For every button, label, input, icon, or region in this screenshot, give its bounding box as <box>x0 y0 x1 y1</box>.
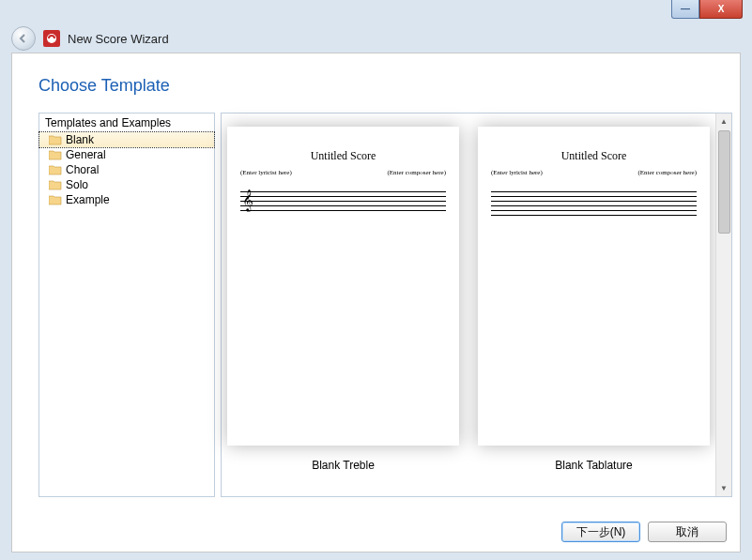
close-button[interactable]: X <box>699 0 743 19</box>
template-tree: Templates and Examples BlankGeneralChora… <box>38 113 215 497</box>
tree-item-label: Choral <box>66 163 99 176</box>
template-name: Blank Treble <box>312 459 375 472</box>
tree-item-label: Example <box>66 193 110 206</box>
composer-placeholder: (Enter composer here) <box>387 169 446 176</box>
app-icon <box>43 30 60 47</box>
tree-item-label: Blank <box>66 133 94 146</box>
folder-icon <box>49 150 62 160</box>
folder-icon <box>49 195 62 205</box>
tree-header: Templates and Examples <box>39 114 214 132</box>
wizard-title: New Score Wizard <box>68 32 169 46</box>
template-name: Blank Tablature <box>555 459 633 472</box>
staff <box>491 191 697 214</box>
tree-item-blank[interactable]: Blank <box>39 132 214 147</box>
treble-clef-icon: 𝄞 <box>242 189 253 211</box>
tree-item-solo[interactable]: Solo <box>39 177 214 192</box>
folder-icon <box>49 180 62 190</box>
scroll-thumb[interactable] <box>718 130 730 234</box>
composer-placeholder: (Enter composer here) <box>637 169 697 176</box>
back-button[interactable] <box>11 26 36 51</box>
content-area: Templates and Examples BlankGeneralChora… <box>12 113 740 497</box>
template-card[interactable]: Untitled Score(Enter lyricist here)(Ente… <box>478 119 710 491</box>
window-controls: — X <box>671 0 743 19</box>
score-title: Untitled Score <box>491 149 697 163</box>
lyricist-placeholder: (Enter lyricist here) <box>240 169 292 176</box>
minimize-button[interactable]: — <box>671 0 699 19</box>
wizard-panel: Choose Template Templates and Examples B… <box>11 53 741 552</box>
arrow-left-icon <box>18 33 29 44</box>
score-page-preview: Untitled Score(Enter lyricist here)(Ente… <box>478 127 710 446</box>
template-card[interactable]: Untitled Score(Enter lyricist here)(Ente… <box>227 119 459 491</box>
wizard-buttons: 下一步(N) 取消 <box>561 522 727 542</box>
wizard-header: New Score Wizard <box>11 26 169 51</box>
scroll-down-button[interactable]: ▼ <box>717 480 731 496</box>
tree-item-label: General <box>66 148 106 161</box>
score-page-preview: Untitled Score(Enter lyricist here)(Ente… <box>227 127 459 446</box>
score-title: Untitled Score <box>240 149 446 163</box>
folder-icon <box>49 165 62 175</box>
tree-item-general[interactable]: General <box>39 147 214 162</box>
tree-item-choral[interactable]: Choral <box>39 162 214 177</box>
cancel-button[interactable]: 取消 <box>648 522 727 542</box>
page-heading: Choose Template <box>12 53 740 113</box>
next-button[interactable]: 下一步(N) <box>561 522 640 542</box>
preview-scrollbar[interactable]: ▲ ▼ <box>715 114 731 496</box>
tree-item-label: Solo <box>66 178 88 191</box>
scroll-up-button[interactable]: ▲ <box>717 114 731 129</box>
tree-item-example[interactable]: Example <box>39 192 214 207</box>
staff: 𝄞 <box>240 191 446 214</box>
folder-icon <box>49 135 62 145</box>
lyricist-placeholder: (Enter lyricist here) <box>491 169 543 176</box>
template-preview-panel: Untitled Score(Enter lyricist here)(Ente… <box>221 113 732 497</box>
